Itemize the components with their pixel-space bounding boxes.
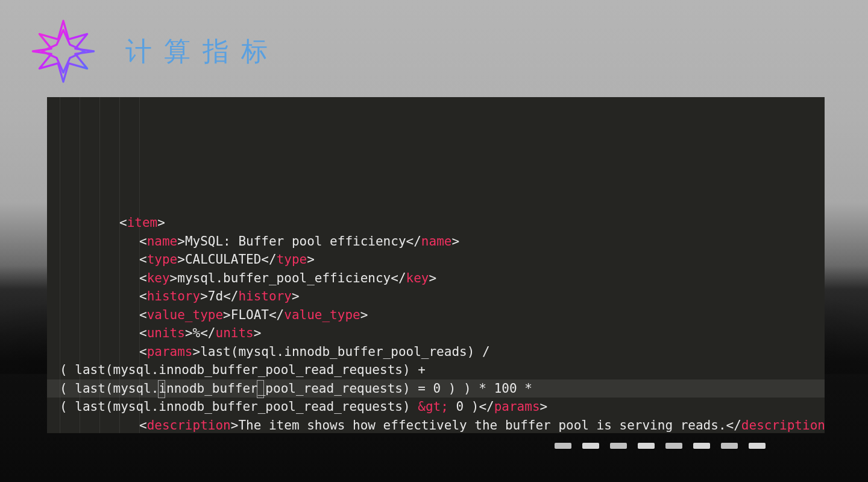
star-logo-icon bbox=[30, 18, 96, 84]
code-content: <item><name>MySQL: Buffer pool efficienc… bbox=[47, 208, 825, 433]
code-editor[interactable]: <item><name>MySQL: Buffer pool efficienc… bbox=[47, 97, 825, 433]
background-cars bbox=[555, 437, 772, 449]
slide-header: 计算指标 bbox=[30, 18, 280, 84]
slide-title: 计算指标 bbox=[125, 34, 280, 69]
